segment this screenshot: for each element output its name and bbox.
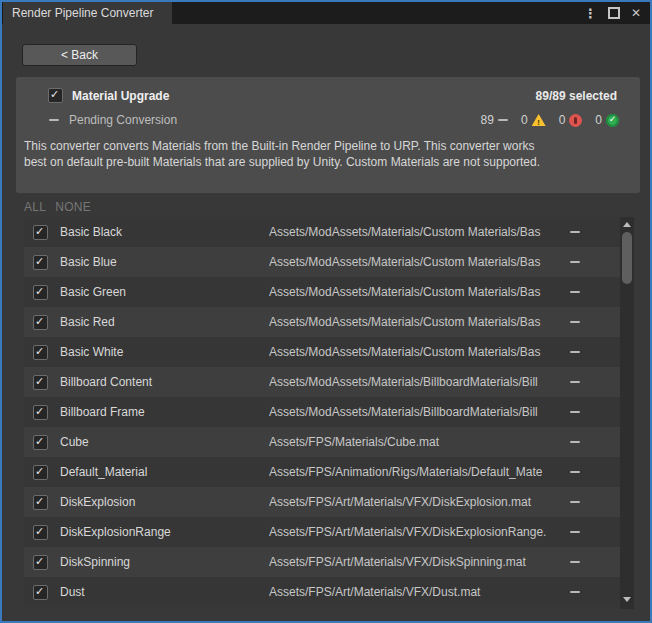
material-path: Assets/ModAssets/Materials/Custom Materi… (269, 225, 564, 239)
material-row[interactable]: Basic Blue Assets/ModAssets/Materials/Cu… (24, 247, 620, 277)
material-path: Assets/FPS/Art/Materials/VFX/Dust.mat (269, 585, 564, 599)
row-checkbox[interactable] (33, 405, 48, 420)
row-checkbox[interactable] (33, 345, 48, 360)
status-counts: 89 0 0 0 (481, 113, 619, 127)
material-path: Assets/FPS/Art/Materials/VFX/DiskSpinnin… (269, 555, 564, 569)
pending-status-icon (498, 119, 508, 121)
material-name: Basic Black (60, 225, 269, 239)
close-icon[interactable] (631, 6, 641, 20)
scroll-down-icon[interactable] (623, 597, 631, 602)
material-name: Basic White (60, 345, 269, 359)
row-checkbox[interactable] (33, 555, 48, 570)
material-row[interactable]: Billboard Frame Assets/ModAssets/Materia… (24, 397, 620, 427)
row-pending-status-icon (570, 441, 580, 443)
material-name: Default_Material (60, 465, 269, 479)
material-name: Basic Blue (60, 255, 269, 269)
description-line-2: best on default pre-built Materials that… (24, 155, 632, 171)
success-icon (606, 114, 619, 127)
selected-count-label: 89/89 selected (536, 89, 617, 103)
pending-conversion-label: Pending Conversion (69, 113, 177, 127)
row-pending-status-icon (570, 411, 580, 413)
tab-render-pipeline-converter[interactable]: Render Pipeline Converter (3, 2, 172, 24)
material-row[interactable]: Basic White Assets/ModAssets/Materials/C… (24, 337, 620, 367)
material-row[interactable]: DiskExplosion Assets/FPS/Art/Materials/V… (24, 487, 620, 517)
material-name: Billboard Frame (60, 405, 269, 419)
material-name: Dust (60, 585, 269, 599)
pending-count: 89 (481, 113, 494, 127)
converter-title: Material Upgrade (72, 89, 169, 103)
material-name: Basic Red (60, 315, 269, 329)
material-path: Assets/ModAssets/Materials/Custom Materi… (269, 255, 564, 269)
row-checkbox[interactable] (33, 285, 48, 300)
row-pending-status-icon (570, 351, 580, 353)
material-path: Assets/ModAssets/Materials/BillboardMate… (269, 375, 564, 389)
material-row[interactable]: DiskExplosionRange Assets/FPS/Art/Materi… (24, 517, 620, 547)
row-checkbox[interactable] (33, 525, 48, 540)
select-none-button[interactable]: NONE (55, 200, 91, 214)
kebab-menu-icon[interactable] (584, 6, 597, 21)
vertical-scrollbar[interactable] (620, 217, 634, 609)
warning-count: 0 (521, 113, 528, 127)
success-count-group: 0 (595, 113, 619, 127)
scroll-up-icon[interactable] (623, 222, 631, 227)
converter-header-row: Material Upgrade 89/89 selected (16, 77, 640, 103)
row-pending-status-icon (570, 231, 580, 233)
row-pending-status-icon (570, 261, 580, 263)
scrollbar-thumb[interactable] (622, 232, 632, 284)
material-path: Assets/ModAssets/Materials/BillboardMate… (269, 405, 564, 419)
row-checkbox[interactable] (33, 495, 48, 510)
row-pending-status-icon (570, 471, 580, 473)
warning-count-group: 0 (521, 113, 546, 127)
row-checkbox[interactable] (33, 585, 48, 600)
row-checkbox[interactable] (33, 255, 48, 270)
row-checkbox[interactable] (33, 465, 48, 480)
row-checkbox[interactable] (33, 435, 48, 450)
row-pending-status-icon (570, 321, 580, 323)
titlebar: Render Pipeline Converter (2, 2, 650, 24)
row-checkbox[interactable] (33, 375, 48, 390)
error-icon (569, 114, 582, 127)
material-row[interactable]: Dust Assets/FPS/Art/Materials/VFX/Dust.m… (24, 577, 620, 607)
row-pending-status-icon (570, 291, 580, 293)
render-pipeline-converter-window: Render Pipeline Converter < Back Materia… (0, 0, 652, 623)
pending-count-group: 89 (481, 113, 508, 127)
material-path: Assets/FPS/Art/Materials/VFX/DiskExplosi… (269, 495, 564, 509)
material-name: DiskExplosion (60, 495, 269, 509)
row-pending-status-icon (570, 381, 580, 383)
error-count-group: 0 (559, 113, 583, 127)
select-all-button[interactable]: ALL (24, 200, 46, 214)
error-count: 0 (559, 113, 566, 127)
success-count: 0 (595, 113, 602, 127)
row-checkbox[interactable] (33, 225, 48, 240)
material-path: Assets/ModAssets/Materials/Custom Materi… (269, 315, 564, 329)
row-pending-status-icon (570, 531, 580, 533)
material-name: Cube (60, 435, 269, 449)
converter-description: This converter converts Materials from t… (24, 139, 632, 170)
material-name: DiskExplosionRange (60, 525, 269, 539)
description-line-1: This converter converts Materials from t… (24, 139, 632, 155)
material-row[interactable]: Basic Red Assets/ModAssets/Materials/Cus… (24, 307, 620, 337)
pending-conversion-row: Pending Conversion 89 0 0 0 (16, 113, 640, 127)
material-upgrade-checkbox[interactable] (48, 88, 63, 103)
material-name: DiskSpinning (60, 555, 269, 569)
back-button[interactable]: < Back (22, 44, 137, 66)
window-content: < Back Material Upgrade 89/89 selected P… (2, 24, 650, 621)
material-row[interactable]: Billboard Content Assets/ModAssets/Mater… (24, 367, 620, 397)
window-title: Render Pipeline Converter (12, 6, 153, 20)
list-selection-controls: ALL NONE (24, 200, 91, 214)
material-path: Assets/FPS/Art/Materials/VFX/DiskExplosi… (269, 525, 564, 539)
material-row[interactable]: Default_Material Assets/FPS/Animation/Ri… (24, 457, 620, 487)
material-row[interactable]: Basic Black Assets/ModAssets/Materials/C… (24, 217, 620, 247)
material-row[interactable]: Cube Assets/FPS/Materials/Cube.mat (24, 427, 620, 457)
material-path: Assets/FPS/Materials/Cube.mat (269, 435, 564, 449)
material-list: Basic Black Assets/ModAssets/Materials/C… (24, 217, 634, 609)
row-pending-status-icon (570, 561, 580, 563)
material-row[interactable]: Basic Green Assets/ModAssets/Materials/C… (24, 277, 620, 307)
material-path: Assets/FPS/Animation/Rigs/Materials/Defa… (269, 465, 564, 479)
material-path: Assets/ModAssets/Materials/Custom Materi… (269, 285, 564, 299)
row-pending-status-icon (570, 501, 580, 503)
material-row[interactable]: DiskSpinning Assets/FPS/Art/Materials/VF… (24, 547, 620, 577)
row-checkbox[interactable] (33, 315, 48, 330)
material-name: Billboard Content (60, 375, 269, 389)
maximize-icon[interactable] (608, 7, 620, 19)
